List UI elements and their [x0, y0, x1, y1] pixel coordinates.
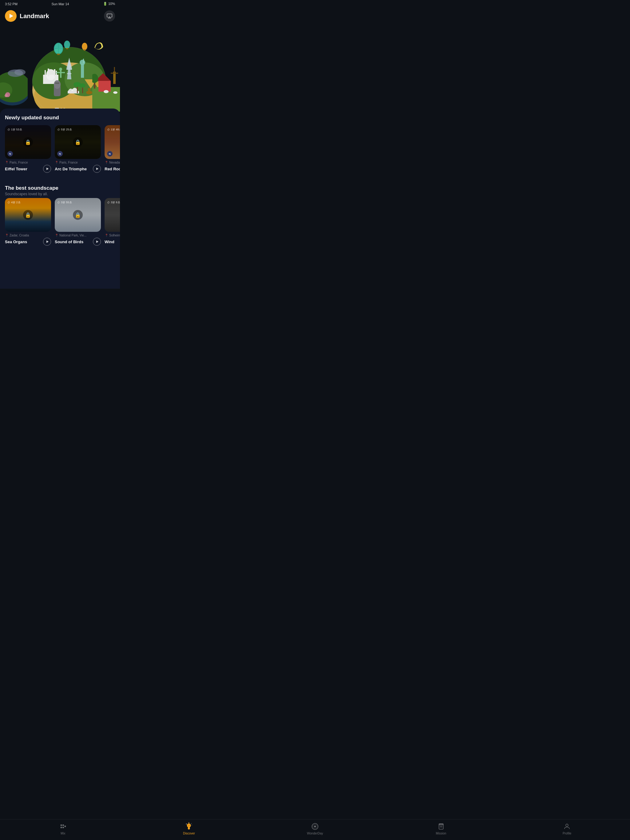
thumb-time: ⏱ 3분 55초	[57, 201, 72, 204]
newly-updated-title: Newly updated sound	[0, 115, 120, 121]
svg-point-54	[82, 43, 87, 50]
sound-location: 📍 National Park, Vie...	[55, 234, 101, 237]
thumb-time: ⏱ 1분 48초	[107, 128, 120, 132]
app-header: Landmark	[0, 8, 120, 25]
airplay-button[interactable]	[104, 11, 115, 22]
svg-point-40	[79, 83, 85, 88]
pin-icon: 📍	[55, 161, 59, 164]
sound-name-row: Eiffel Tower	[5, 165, 51, 173]
sound-play-button[interactable]	[93, 165, 101, 173]
best-soundscape-header: The best soundscape Soundscapes loved by…	[0, 185, 120, 196]
status-date: Sun Mar 14	[52, 2, 69, 6]
new-badge: N	[57, 151, 63, 156]
sound-thumb[interactable]: ⏱ 1분 53초 🔒 N	[5, 125, 51, 159]
sound-card: ⏱ 3분 8초 🔒 📍 Solheimasandur, ... Wind	[104, 198, 120, 246]
best-soundscape-title: The best soundscape	[5, 185, 115, 191]
svg-rect-71	[64, 826, 66, 827]
nav-mix[interactable]: Mix	[54, 823, 72, 835]
status-battery: 🔋 10%	[103, 2, 115, 6]
lock-icon: 🔒	[23, 137, 33, 147]
lock-icon: 🔒	[73, 137, 83, 147]
svg-rect-20	[56, 71, 57, 76]
sound-card: ⏱ 4분 2초 🔒 📍 Zadar, Croatia Sea Organs	[5, 198, 51, 246]
sound-thumb[interactable]: ⏱ 3분 55초 🔒	[55, 198, 101, 232]
sound-location: 📍 Zadar, Croatia	[5, 234, 51, 237]
svg-rect-69	[60, 827, 62, 828]
sound-location: 📍 Nevada, USA	[104, 161, 120, 164]
svg-point-34	[54, 80, 60, 89]
new-badge: N	[107, 151, 112, 156]
best-soundscape-subtitle: Soundscapes loved by all.	[5, 192, 115, 196]
svg-rect-23	[66, 69, 72, 70]
svg-point-6	[5, 94, 8, 97]
svg-rect-58	[98, 81, 111, 92]
pin-icon: 📍	[104, 161, 108, 164]
svg-rect-68	[62, 825, 64, 826]
pin-icon: 📍	[104, 234, 108, 237]
sound-thumb[interactable]: ⏱ 4분 2초 🔒	[5, 198, 51, 232]
svg-rect-19	[44, 70, 46, 76]
clock-icon: ⏱	[107, 201, 110, 204]
sound-thumb[interactable]: ⏱ 5분 25초 🔒 N	[55, 125, 101, 159]
svg-rect-24	[67, 73, 71, 74]
status-bar: 3:52 PM Sun Mar 14 🔋 10%	[0, 0, 120, 8]
lock-icon: 🔒	[23, 210, 33, 220]
thumb-time: ⏱ 3분 8초	[107, 201, 120, 204]
new-badge: N	[7, 151, 13, 156]
clock-icon: ⏱	[7, 128, 10, 131]
hero-globe	[23, 32, 97, 106]
thumb-time: ⏱ 5분 25초	[57, 128, 72, 132]
sound-thumb[interactable]: ⏱ 1분 48초 🔒 N	[104, 125, 120, 159]
mix-icon	[59, 823, 67, 831]
sound-thumb[interactable]: ⏱ 3분 8초 🔒	[104, 198, 120, 232]
clock-icon: ⏱	[107, 128, 110, 131]
lock-icon: 🔒	[73, 210, 83, 220]
best-soundscape-section: The best soundscape Soundscapes loved by…	[0, 185, 120, 258]
header-left: Landmark	[5, 10, 49, 22]
sound-name: Sound of Birds	[55, 240, 93, 244]
svg-point-45	[59, 68, 62, 71]
sound-card: ⏱ 5분 25초 🔒 N 📍 Paris, France Arc De Trio…	[55, 125, 101, 173]
sound-play-button[interactable]	[43, 165, 51, 173]
sound-name: Arc De Triomphe	[55, 167, 93, 171]
sound-location: 📍 Paris, France	[5, 161, 51, 164]
best-soundscape-row: ⏱ 4분 2초 🔒 📍 Zadar, Croatia Sea Organs	[0, 198, 120, 252]
svg-point-64	[92, 74, 98, 83]
newly-updated-row: ⏱ 1분 53초 🔒 N 📍 Paris, France Eiffel Towe…	[0, 125, 120, 179]
svg-point-66	[113, 91, 117, 94]
svg-rect-25	[81, 64, 84, 78]
clock-icon: ⏱	[7, 201, 10, 204]
thumb-time: ⏱ 4분 2초	[7, 201, 21, 204]
sound-location: 📍 Paris, France	[55, 161, 101, 164]
svg-rect-67	[60, 825, 62, 826]
sound-card: ⏱ 1분 53초 🔒 N 📍 Paris, France Eiffel Towe…	[5, 125, 51, 173]
hero-section	[0, 25, 120, 112]
svg-rect-46	[56, 72, 65, 73]
svg-rect-18	[54, 69, 55, 76]
pin-icon: 📍	[55, 234, 59, 237]
main-content-card: Newly updated sound ⏱ 1분 53초 🔒 N 📍	[0, 109, 120, 289]
svg-rect-35	[55, 82, 59, 84]
svg-point-43	[88, 88, 91, 90]
pin-icon: 📍	[5, 234, 9, 237]
clock-icon: ⏱	[57, 128, 60, 131]
sound-play-button[interactable]	[93, 238, 101, 246]
sound-location: 📍 Solheimasandur, ...	[104, 234, 120, 237]
sound-name: Sea Organs	[5, 240, 43, 244]
thumb-time: ⏱ 1분 53초	[7, 128, 22, 132]
svg-rect-70	[62, 827, 64, 828]
sound-name: Wind	[104, 240, 120, 244]
sound-name-row: Wind	[104, 238, 120, 246]
side-scene-right	[92, 56, 120, 112]
status-time: 3:52 PM	[5, 2, 17, 6]
svg-rect-53	[66, 48, 68, 49]
svg-rect-27	[83, 59, 84, 63]
sound-card: ⏱ 1분 48초 🔒 N 📍 Nevada, USA Red Rock Cany…	[104, 125, 120, 173]
svg-marker-0	[108, 17, 111, 18]
sound-name: Red Rock Canyon	[104, 167, 120, 171]
play-button[interactable]	[5, 10, 17, 22]
sound-play-button[interactable]	[43, 238, 51, 246]
app-title: Landmark	[20, 13, 49, 20]
nav-mix-label: Mix	[60, 832, 65, 835]
sound-name-row: Sea Organs	[5, 238, 51, 246]
